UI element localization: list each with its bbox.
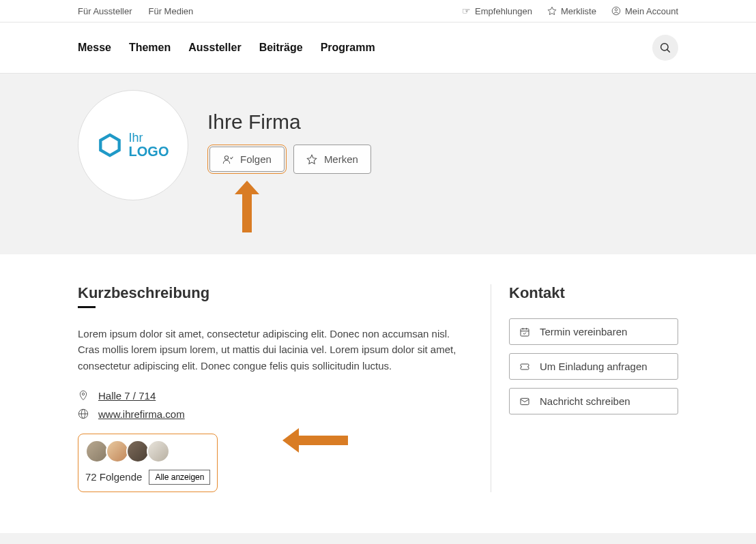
svg-point-1 [615,9,617,12]
svg-rect-18 [521,398,529,404]
link-watchlist-label: Merkliste [561,6,596,16]
svg-marker-4 [100,135,119,155]
hall-link[interactable]: Halle 7 / 714 [98,390,156,402]
link-recommendations-label: Empfehlungen [475,6,532,16]
nav-messe[interactable]: Messe [78,42,111,54]
hexagon-icon [98,133,122,157]
avatar [85,440,108,463]
svg-rect-14 [521,329,529,336]
follow-button[interactable]: Folgen [209,147,285,172]
svg-line-3 [667,50,670,52]
request-invite-label: Um Einladung anfragen [540,361,648,372]
svg-rect-13 [297,436,348,445]
write-message-label: Nachricht schreiben [540,395,630,407]
request-invite-button[interactable]: Um Einladung anfragen [509,353,678,380]
envelope-icon [519,396,530,407]
svg-marker-6 [235,181,259,194]
link-my-account-label: Mein Account [625,6,678,16]
logo-line1: Ihr [129,132,169,145]
description-text: Lorem ipsum dolor sit amet, consectetur … [78,326,456,374]
svg-point-5 [224,155,228,159]
arrow-left-annotation [282,428,348,453]
write-message-button[interactable]: Nachricht schreiben [509,388,678,414]
link-recommendations[interactable]: ☞Empfehlungen [462,5,532,16]
star-icon [547,6,557,16]
avatar [147,440,170,463]
svg-rect-7 [242,193,252,232]
book-appointment-label: Termin vereinbaren [540,326,627,337]
calendar-check-icon [519,327,530,337]
ticket-icon [519,361,530,372]
star-icon [306,154,317,165]
arrow-down-annotation [235,181,259,232]
link-for-exhibitors[interactable]: Für Aussteller [78,6,132,16]
bookmark-button-label: Merken [324,153,358,165]
description-title: Kurzbeschreibung [78,284,456,302]
avatar [126,440,149,463]
link-for-media-label: Für Medien [148,6,193,16]
search-button[interactable] [652,35,678,61]
follower-avatars [85,440,210,463]
follow-button-label: Folgen [240,153,272,165]
company-logo: IhrLOGO [78,90,188,200]
avatar [106,440,129,463]
link-for-exhibitors-label: Für Aussteller [78,6,132,16]
followers-highlight-annotation: 72 Folgende Alle anzeigen [78,434,218,492]
title-underline [78,306,96,308]
location-pin-icon [78,390,89,401]
nav-programm[interactable]: Programm [321,42,375,54]
logo-line2: LOGO [129,144,169,159]
svg-marker-12 [282,428,299,453]
svg-point-2 [661,44,669,51]
follower-count: 72 Folgende [85,471,142,483]
bookmark-button[interactable]: Merken [293,145,371,174]
user-icon [611,6,621,16]
show-all-followers-button[interactable]: Alle anzeigen [149,470,210,485]
nav-aussteller[interactable]: Aussteller [188,42,241,54]
link-my-account[interactable]: Mein Account [611,6,678,16]
follow-highlight-annotation: Folgen [207,145,287,174]
svg-point-8 [82,393,84,395]
book-appointment-button[interactable]: Termin vereinbaren [509,318,678,345]
nav-beitraege[interactable]: Beiträge [259,42,303,54]
globe-icon [78,408,89,419]
contact-title: Kontakt [509,284,678,302]
link-watchlist[interactable]: Merkliste [547,6,596,16]
hand-pointing-icon: ☞ [462,5,471,16]
website-link[interactable]: www.ihrefirma.com [98,408,185,420]
nav-themen[interactable]: Themen [129,42,171,54]
company-name: Ihre Firma [207,110,371,134]
user-follow-icon [222,154,233,165]
link-for-media[interactable]: Für Medien [148,6,193,16]
search-icon [659,42,671,54]
